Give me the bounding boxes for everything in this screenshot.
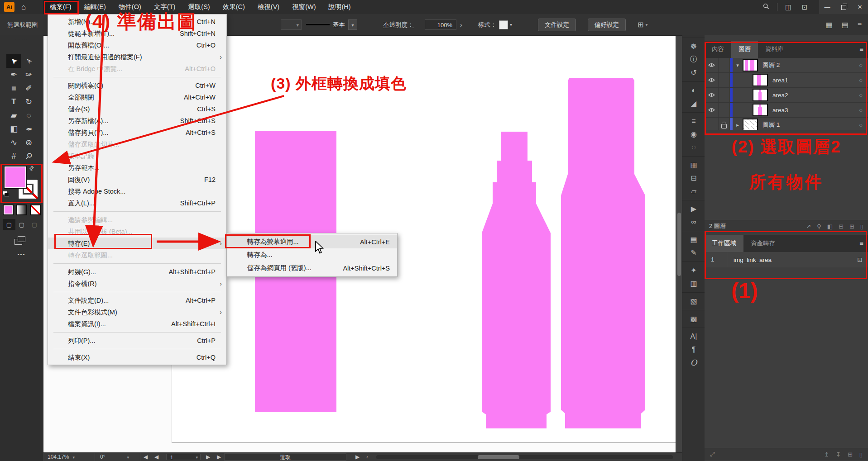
artboards-panel-icon[interactable]: ▦ — [682, 156, 705, 171]
layer-row[interactable]: area1 ○ — [705, 73, 868, 88]
visibility-toggle[interactable] — [705, 58, 719, 72]
stroke-style-dropdown[interactable]: ▾ — [348, 19, 357, 30]
delete-artboard-icon[interactable]: ▯ — [859, 451, 863, 458]
lock-toggle[interactable] — [719, 88, 730, 102]
file-menu-item[interactable]: 在 Bridge 中瀏覽... Alt+Ctrl+O — [48, 63, 226, 75]
paragraph-panel-icon[interactable]: ¶ — [682, 343, 705, 356]
submenu-export-as[interactable]: 轉存為... — [227, 248, 397, 261]
status-play-icon[interactable]: ▶ — [355, 453, 360, 461]
layer-name[interactable]: area2 — [772, 92, 868, 99]
menu-window[interactable]: 視窗(W) — [286, 0, 322, 14]
lock-toggle[interactable] — [719, 103, 730, 117]
file-menu-item[interactable]: 轉存選取範圍... — [48, 249, 226, 261]
file-menu-item[interactable] — [53, 211, 221, 212]
file-menu-item[interactable]: 儲存(S) Ctrl+S — [48, 103, 226, 115]
file-menu-item[interactable]: 儲存選取的切片... — [48, 138, 226, 150]
layer-thumbnail[interactable] — [743, 119, 758, 131]
align-panel-icon[interactable]: ⊟ — [682, 171, 705, 185]
color-mode-fill[interactable] — [3, 204, 14, 215]
type-tool-icon[interactable]: T — [6, 95, 21, 109]
file-menu-item[interactable]: 結束(X) Ctrl+Q — [48, 352, 226, 363]
stroke-profile-control[interactable]: 基本 ▾ — [306, 19, 357, 31]
controlbar-menu-icon[interactable]: ≡ — [858, 21, 862, 29]
layer-row[interactable]: ▾ 圖層 2 ○ — [705, 58, 868, 73]
file-menu-item[interactable]: 共用以供審核 (Beta)... — [48, 226, 226, 238]
target-circle-icon[interactable]: ○ — [859, 77, 863, 84]
make-clipping-mask-icon[interactable]: ◧ — [827, 223, 833, 230]
visibility-toggle[interactable] — [705, 88, 719, 102]
menu-type[interactable]: 文字(T) — [148, 0, 182, 14]
lock-toggle[interactable] — [719, 58, 730, 72]
workspace-switch-icon[interactable]: ▤ — [842, 20, 849, 29]
eyedropper-tool-icon[interactable]: ✒ — [21, 122, 36, 136]
target-circle-icon[interactable]: ○ — [859, 62, 863, 69]
properties-panel-icon[interactable]: ☸ — [682, 38, 705, 53]
file-menu-item[interactable] — [53, 349, 221, 349]
snap-dropdown-icon[interactable]: ▾ — [645, 22, 647, 27]
appearance-panel-icon[interactable]: ◌ — [682, 141, 705, 154]
delete-selection-icon[interactable]: ▯ — [860, 223, 863, 230]
menu-select[interactable]: 選取(S) — [182, 0, 216, 14]
transparency-panel-icon[interactable]: ◉ — [682, 128, 705, 141]
libraries-panel-icon[interactable]: ▧ — [682, 292, 705, 308]
opentype-panel-icon[interactable]: O — [682, 356, 705, 369]
stroke-panel-icon[interactable]: ≡ — [682, 112, 705, 128]
rotation-control[interactable]: 0°▾ — [96, 453, 140, 461]
menu-help[interactable]: 說明(H) — [322, 0, 357, 14]
artboard-page-icon[interactable]: ⊡ — [857, 256, 863, 263]
file-menu-item[interactable]: 指令檔(R) › — [48, 278, 226, 290]
file-menu-item[interactable]: 封裝(G)... Alt+Shift+Ctrl+P — [48, 266, 226, 278]
selection-tool-icon[interactable]: ➤ — [6, 54, 21, 68]
menu-effect[interactable]: 效果(C) — [216, 0, 251, 14]
visibility-toggle[interactable] — [705, 103, 719, 117]
artboards-panel-menu-icon[interactable]: ≡ — [859, 235, 863, 252]
tab-artboards[interactable]: 工作區域 — [705, 235, 743, 252]
style-swatch[interactable] — [499, 20, 508, 29]
layer-name[interactable]: 圖層 2 — [762, 61, 868, 69]
horizontal-scrollbar-thumb[interactable] — [478, 455, 519, 459]
menu-object[interactable]: 物件(O) — [112, 0, 148, 14]
search-icon[interactable] — [758, 3, 774, 11]
draw-inside-icon[interactable]: ▢ — [28, 219, 41, 230]
artboard-name[interactable]: img_link_area — [727, 257, 857, 263]
layer-thumbnail[interactable] — [753, 74, 768, 86]
layer-thumbnail[interactable] — [743, 59, 758, 71]
layer-thumbnail[interactable] — [753, 89, 768, 101]
file-menu-item[interactable]: 檔案資訊(I)... Alt+Shift+Ctrl+I — [48, 318, 226, 330]
tab-libraries[interactable]: 資料庫 — [758, 41, 791, 58]
paintbrush-tool-icon[interactable]: ✐ — [21, 81, 36, 95]
pathfinder-panel-icon[interactable]: ▱ — [682, 185, 705, 198]
file-menu-item[interactable] — [53, 292, 221, 292]
minimize-button[interactable]: — — [819, 0, 835, 14]
tab-asset-export[interactable]: 資產轉存 — [743, 235, 782, 252]
color-mode-none[interactable] — [30, 204, 41, 215]
info-panel-icon[interactable]: ⓘ — [682, 53, 705, 66]
file-menu-item[interactable]: 列印(P)... Ctrl+P — [48, 335, 226, 347]
share-screen-icon[interactable]: ⊡ — [796, 3, 813, 11]
color-guide-icon[interactable]: ◢ — [682, 97, 705, 110]
gradient-panel-icon[interactable]: ▩ — [682, 310, 705, 325]
layer-name[interactable]: 圖層 1 — [762, 121, 868, 129]
menu-edit[interactable]: 編輯(E) — [78, 0, 112, 14]
app-logo[interactable]: Ai — [4, 2, 14, 12]
opacity-popout-icon[interactable]: › — [460, 14, 462, 35]
file-menu-item[interactable]: 回復(V) F12 — [48, 174, 226, 185]
file-menu-item[interactable]: 版本記錄 — [48, 150, 226, 162]
last-artboard-icon[interactable]: ▶ — [217, 453, 221, 461]
swap-fill-stroke-icon[interactable]: ⇄ — [27, 164, 35, 172]
layer-name[interactable]: area1 — [772, 77, 868, 84]
move-artboard-down-icon[interactable]: ↧ — [836, 451, 841, 458]
target-circle-icon[interactable]: ○ — [859, 92, 863, 99]
links-panel-icon[interactable]: ∞ — [682, 215, 705, 228]
file-menu-item[interactable]: 搜尋 Adobe Stock... — [48, 185, 226, 197]
locate-object-icon[interactable]: ⚲ — [817, 223, 821, 230]
scroll-left-icon[interactable]: ‹ — [366, 453, 368, 461]
menu-file[interactable]: 檔案(F) — [43, 0, 78, 14]
file-menu-item[interactable]: 新增(N)... Ctrl+N — [48, 16, 226, 28]
layers-panel-menu-icon[interactable]: ≡ — [859, 41, 863, 58]
snap-options-icon[interactable]: ⊞ — [638, 20, 643, 29]
screen-mode-icon[interactable] — [14, 235, 27, 246]
opacity-field[interactable]: 100% — [425, 19, 456, 30]
file-menu-item[interactable]: 文件設定(D)... Alt+Ctrl+P — [48, 295, 226, 306]
new-layer-icon[interactable]: ⊞ — [849, 223, 854, 230]
